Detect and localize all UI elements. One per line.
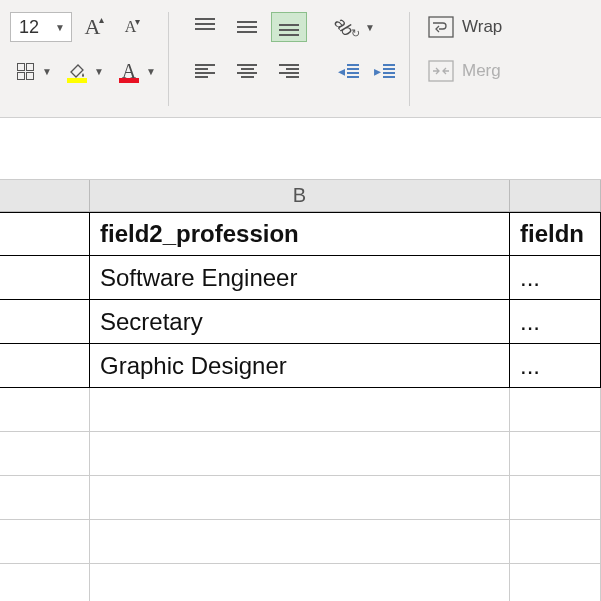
cell[interactable] bbox=[0, 388, 90, 432]
cell[interactable] bbox=[0, 256, 90, 300]
table-row: Software Engineer ... bbox=[0, 256, 601, 300]
cell[interactable] bbox=[0, 212, 90, 256]
font-size-value: 12 bbox=[11, 17, 41, 38]
cell[interactable] bbox=[0, 476, 90, 520]
chevron-down-icon[interactable]: ▼ bbox=[92, 66, 106, 77]
table-row bbox=[0, 564, 601, 601]
align-top-icon bbox=[195, 18, 215, 36]
cell[interactable] bbox=[0, 344, 90, 388]
increase-indent-button[interactable]: ▸ bbox=[369, 56, 399, 86]
align-left-icon bbox=[195, 64, 215, 78]
fill-color-button[interactable]: ▼ bbox=[62, 56, 106, 86]
svg-rect-1 bbox=[429, 61, 453, 81]
align-middle-button[interactable] bbox=[229, 12, 265, 42]
align-center-icon bbox=[237, 64, 257, 78]
cell[interactable]: fieldn bbox=[510, 212, 601, 256]
align-bottom-icon bbox=[279, 18, 299, 36]
cell[interactable] bbox=[0, 564, 90, 601]
orientation-button[interactable]: ab ↻ ▼ bbox=[333, 12, 377, 42]
align-left-button[interactable] bbox=[187, 56, 223, 86]
spreadsheet-grid: field2_profession fieldn Software Engine… bbox=[0, 212, 601, 601]
cell[interactable] bbox=[90, 432, 510, 476]
cell[interactable]: Secretary bbox=[90, 300, 510, 344]
align-middle-icon bbox=[237, 18, 257, 36]
letter-a-icon: A bbox=[85, 14, 101, 40]
wrap-text-label: Wrap bbox=[462, 17, 502, 37]
table-row: Graphic Designer ... bbox=[0, 344, 601, 388]
table-row bbox=[0, 432, 601, 476]
alignment-group: ab ↻ ▼ ◂ bbox=[169, 12, 410, 106]
column-header-a[interactable] bbox=[0, 180, 90, 211]
table-row: Secretary ... bbox=[0, 300, 601, 344]
merge-cells-label: Merg bbox=[462, 61, 501, 81]
merge-cells-button[interactable]: Merg bbox=[428, 56, 502, 86]
table-row bbox=[0, 388, 601, 432]
column-headers: B bbox=[0, 180, 601, 212]
align-right-button[interactable] bbox=[271, 56, 307, 86]
cell[interactable] bbox=[90, 388, 510, 432]
ribbon: 12 ▼ A▴ A▾ ▼ bbox=[0, 0, 601, 118]
column-header-c[interactable] bbox=[510, 180, 601, 211]
align-top-button[interactable] bbox=[187, 12, 223, 42]
cell[interactable] bbox=[90, 520, 510, 564]
cell[interactable] bbox=[0, 432, 90, 476]
decrease-indent-button[interactable]: ◂ bbox=[333, 56, 363, 86]
cell[interactable] bbox=[510, 520, 601, 564]
column-header-b[interactable]: B bbox=[90, 180, 510, 211]
table-header-row: field2_profession fieldn bbox=[0, 212, 601, 256]
cell[interactable] bbox=[90, 564, 510, 601]
svg-rect-0 bbox=[429, 17, 453, 37]
decrease-indent-icon: ◂ bbox=[338, 63, 359, 79]
align-bottom-button[interactable] bbox=[271, 12, 307, 42]
table-row bbox=[0, 520, 601, 564]
cell[interactable] bbox=[510, 432, 601, 476]
caret-down-icon: ▾ bbox=[135, 16, 140, 27]
decrease-font-button[interactable]: A▾ bbox=[118, 12, 148, 42]
cell[interactable]: ... bbox=[510, 344, 601, 388]
borders-button[interactable]: ▼ bbox=[10, 56, 54, 86]
table-row bbox=[0, 476, 601, 520]
merge-cells-icon bbox=[428, 60, 454, 82]
font-group: 12 ▼ A▴ A▾ ▼ bbox=[0, 12, 169, 106]
font-color-button[interactable]: A ▼ bbox=[114, 56, 158, 86]
wrap-text-icon bbox=[428, 16, 454, 38]
cell[interactable] bbox=[510, 476, 601, 520]
increase-font-button[interactable]: A▴ bbox=[80, 12, 110, 42]
cell[interactable] bbox=[510, 388, 601, 432]
cell[interactable]: Graphic Designer bbox=[90, 344, 510, 388]
chevron-down-icon[interactable]: ▼ bbox=[40, 66, 54, 77]
cell[interactable]: Software Engineer bbox=[90, 256, 510, 300]
cell[interactable]: ... bbox=[510, 300, 601, 344]
cell[interactable] bbox=[510, 564, 601, 601]
cell[interactable] bbox=[0, 300, 90, 344]
chevron-down-icon[interactable]: ▼ bbox=[144, 66, 158, 77]
wrap-text-button[interactable]: Wrap bbox=[428, 12, 502, 42]
align-right-icon bbox=[279, 64, 299, 78]
wrap-merge-group: Wrap Merg bbox=[410, 12, 512, 106]
cell[interactable] bbox=[0, 520, 90, 564]
font-size-select[interactable]: 12 ▼ bbox=[10, 12, 72, 42]
caret-up-icon: ▴ bbox=[99, 14, 104, 25]
cell[interactable] bbox=[90, 476, 510, 520]
cell[interactable]: field2_profession bbox=[90, 212, 510, 256]
formula-bar-area bbox=[0, 118, 601, 180]
chevron-down-icon[interactable]: ▼ bbox=[41, 22, 71, 33]
cell[interactable]: ... bbox=[510, 256, 601, 300]
align-center-button[interactable] bbox=[229, 56, 265, 86]
increase-indent-icon: ▸ bbox=[374, 63, 395, 79]
borders-icon bbox=[17, 63, 34, 80]
chevron-down-icon[interactable]: ▼ bbox=[363, 22, 377, 33]
